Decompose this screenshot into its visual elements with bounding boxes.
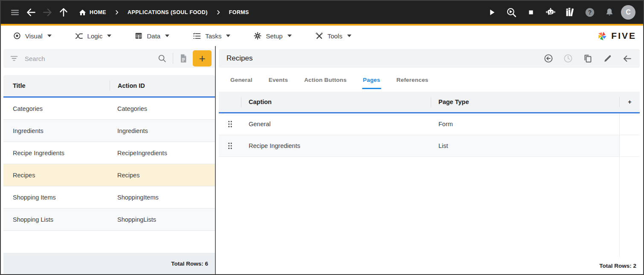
help-icon[interactable]: ? [582,4,598,20]
forms-table-header: Title Action ID [3,75,215,96]
row-title: Shopping Lists [3,216,110,223]
menu-setup[interactable]: Setup [253,32,291,40]
menu-tasks[interactable]: Tasks [192,32,230,41]
column-header-caption[interactable]: Caption [241,97,431,107]
table-row[interactable]: Ingredients Ingredients [3,120,215,142]
logic-flow-icon [75,32,84,41]
forms-table-footer: Total Rows: 6 [3,253,215,274]
row-title: Recipe Ingredients [3,150,110,156]
revert-icon[interactable] [540,50,557,67]
breadcrumb-forms[interactable]: FORMS [225,9,253,15]
five-pinwheel-icon [596,30,608,42]
add-page-button[interactable]: + [628,99,631,105]
breadcrumb-forms-label: FORMS [229,9,249,15]
report-file-icon[interactable] [177,53,189,64]
visual-eye-icon [13,32,21,40]
page-type: Form [431,121,619,127]
debug-preview-icon[interactable] [503,4,519,20]
column-header-page-type[interactable]: Page Type [431,97,619,107]
collapse-left-arrow-icon[interactable] [618,50,635,67]
pages-table-header: Caption Page Type + [219,92,640,112]
chevron-down-icon [226,35,230,37]
filter-icon[interactable] [9,54,19,63]
setup-gear-icon [253,32,262,40]
search-toolbar: + [3,49,215,68]
menu-tools[interactable]: Tools [315,32,351,41]
column-header-caption-label: Caption [249,98,272,105]
row-title: Categories [3,105,110,112]
row-title: Ingredients [3,127,110,134]
top-navigation-bar: HOME APPLICATIONS (SOUL FOOD) FORMS [1,1,643,24]
main-content: + Title Action ID Categories Categories … [1,46,643,274]
add-form-button[interactable]: + [193,50,212,67]
edit-pencil-icon[interactable] [599,50,616,67]
search-input[interactable] [25,55,156,62]
forms-list-panel: + Title Action ID Categories Categories … [1,46,215,274]
search-icon[interactable] [156,54,168,63]
breadcrumb-home[interactable]: HOME [74,9,110,17]
forward-arrow-icon[interactable] [39,4,55,20]
up-arrow-icon[interactable] [55,4,72,20]
menu-visual-label: Visual [25,32,43,40]
chevron-down-icon [107,35,111,37]
detail-header: Recipes [219,49,640,68]
hamburger-menu-icon[interactable] [7,4,23,20]
menu-logic[interactable]: Logic [75,32,112,41]
table-row[interactable]: Shopping Lists ShoppingLists [3,208,215,231]
tools-crossed-icon [315,32,324,41]
pages-table-footer: Total Rows: 2 [219,257,640,274]
menu-data[interactable]: Data [134,32,169,40]
row-action-id: RecipeIngredients [110,150,215,156]
row-action-id: Ingredients [110,127,215,134]
row-action-id: ShoppingLists [110,216,215,223]
row-title: Shopping Items [3,194,110,201]
table-row[interactable]: Shopping Items ShoppingItems [3,186,215,208]
drag-handle-icon[interactable] [219,120,241,128]
menu-bar: Visual Logic Data Tasks Setup Tools [1,26,643,46]
row-action-id: Categories [110,105,215,112]
tab-general[interactable]: General [230,68,252,92]
detail-title: Recipes [226,54,252,63]
back-arrow-icon[interactable] [23,4,39,20]
data-table-icon [134,32,143,40]
column-header-action-id-label: Action ID [118,82,145,89]
tab-events-label: Events [269,77,288,83]
form-detail-panel: Recipes [216,46,643,274]
tab-references-label: References [397,77,429,83]
assistant-bot-icon[interactable] [542,4,559,20]
menu-data-label: Data [147,32,160,40]
notifications-bell-icon[interactable] [601,4,618,20]
stop-icon[interactable] [523,4,539,20]
breadcrumb-applications[interactable]: APPLICATIONS (SOUL FOOD) [123,9,212,15]
tab-references[interactable]: References [397,68,429,92]
tab-general-label: General [230,77,252,83]
five-brand-text: FIVE [611,31,636,41]
tasks-checklist-icon [192,32,201,41]
column-header-action-id[interactable]: Action ID [110,81,215,91]
menu-tasks-label: Tasks [205,32,221,40]
table-row[interactable]: Categories Categories [3,98,215,120]
run-play-icon[interactable] [484,4,500,20]
user-avatar[interactable]: C [621,5,635,20]
tab-events[interactable]: Events [269,68,288,92]
page-row[interactable]: General Form [219,113,640,135]
page-caption: Recipe Ingredients [241,142,431,149]
tab-action-buttons-label: Action Buttons [304,77,347,83]
tab-pages[interactable]: Pages [363,68,380,92]
documentation-library-icon[interactable] [562,4,578,20]
menu-tools-label: Tools [328,32,342,40]
menu-visual[interactable]: Visual [13,32,52,40]
breadcrumb: HOME APPLICATIONS (SOUL FOOD) FORMS [74,9,253,17]
column-header-title[interactable]: Title [3,82,110,89]
drag-handle-icon[interactable] [219,142,241,150]
table-row[interactable]: Recipe Ingredients RecipeIngredients [3,142,215,164]
breadcrumb-applications-label: APPLICATIONS (SOUL FOOD) [128,9,208,15]
svg-text:?: ? [588,9,592,16]
end-column-rule [619,157,640,257]
tab-action-buttons[interactable]: Action Buttons [304,68,347,92]
page-row[interactable]: Recipe Ingredients List [219,135,640,157]
table-row-selected[interactable]: Recipes Recipes [3,164,215,186]
copy-icon[interactable] [579,50,596,67]
five-brand-logo: FIVE [596,30,636,42]
history-clock-icon [560,50,577,67]
